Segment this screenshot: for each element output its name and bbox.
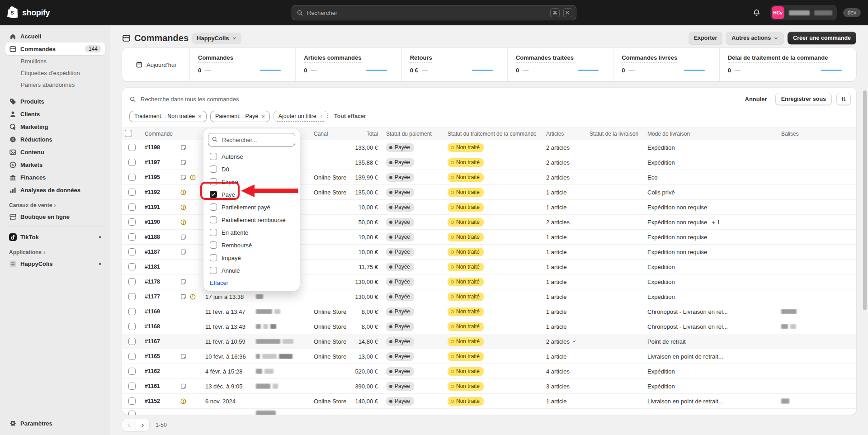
order-checkbox[interactable] [128,203,136,211]
global-search-input[interactable] [307,9,547,16]
payment-option-partiellement-rembours-[interactable]: Partiellement remboursé [208,213,295,226]
payment-option-pay-[interactable]: Payé [208,188,295,201]
order-checkbox[interactable] [128,308,136,315]
orders-search-input[interactable] [141,96,737,103]
sidebar-item-produits[interactable]: Produits [5,95,105,108]
filter-chip[interactable]: Traitement: : Non traitée× [129,111,207,122]
sidebar-item-parametres[interactable]: Paramètres [5,417,105,430]
stat-metric-articles-command-s[interactable]: Articles commandés0— [296,48,401,81]
order-checkbox[interactable] [128,338,136,345]
order-checkbox[interactable] [128,383,136,390]
shopify-logo[interactable]: S shopify [7,6,50,19]
clear-all-filters-button[interactable]: Tout effacer [334,113,366,119]
payment-option-rembours-[interactable]: Remboursé [208,239,295,251]
next-page-button[interactable] [136,419,149,431]
order-checkbox[interactable] [128,174,136,181]
stat-metric-commandes[interactable]: Commandes0— [190,48,296,81]
order-checkbox[interactable] [128,159,136,166]
checkbox[interactable] [210,191,217,198]
more-actions-button[interactable]: Autres actions [726,32,784,44]
table-row[interactable]: #116811 févr. à 13:43Online Store8,00 €P… [122,319,856,334]
sidebar-subitem-paniers-abandonn-s[interactable]: Paniers abandonnés [5,79,105,90]
checkbox[interactable] [210,229,217,236]
table-row[interactable]: #116711 févr. à 10:59Online Store14,80 €… [122,334,856,349]
payment-option-annul-[interactable]: Annulé [208,264,295,277]
order-checkbox[interactable] [128,353,136,360]
sidebar-item-tiktok[interactable]: TikTok [5,231,105,243]
order-checkbox[interactable] [128,368,136,375]
checkbox[interactable] [210,153,217,160]
table-row[interactable]: #116510 févr. à 16:36Online Store13,00 €… [122,349,856,364]
add-filter-button[interactable]: Ajouter un filtre+ [274,111,328,122]
order-checkbox[interactable] [128,189,136,196]
stat-metric-commandes-trait-es[interactable]: Commandes traitées0— [508,48,613,81]
order-checkbox[interactable] [128,323,136,330]
sidebar-item-finances[interactable]: Finances [5,171,105,184]
payment-option-en-attente[interactable]: En attente [208,226,295,239]
sidebar-item-accueil[interactable]: Accueil [5,30,105,43]
order-checkbox[interactable] [128,144,136,151]
date-range-selector[interactable]: Aujourd’hui [122,48,190,81]
order-checkbox[interactable] [128,411,136,415]
export-button[interactable]: Exporter [689,32,722,44]
cancel-button[interactable]: Annuler [741,94,771,104]
prev-page-button[interactable] [122,419,136,431]
notifications-button[interactable] [750,5,764,20]
order-checkbox[interactable] [128,248,136,255]
checkbox[interactable] [210,254,217,261]
sidebar-subitem--tiquettes-d-exp-dition[interactable]: Étiquettes d’expédition [5,67,105,79]
vertical-scrollbar[interactable] [863,90,867,310]
sort-button[interactable] [836,93,851,105]
table-row[interactable]: #117717 juin à 13:38130,00 €PayéeNon tra… [122,289,856,304]
account-menu[interactable]: HCv [770,5,837,20]
order-checkbox[interactable] [128,278,136,285]
order-checkbox[interactable] [128,233,136,241]
stat-metric-d-lai-de-traitement-de-la-commande[interactable]: Délai de traitement de la commande0— [720,48,856,81]
select-all-checkbox[interactable] [125,130,132,137]
checkbox[interactable] [210,241,217,249]
payment-option-d-[interactable]: Dû [208,163,295,175]
order-checkbox[interactable] [128,397,136,405]
sidebar-item-markets[interactable]: $Markets [5,158,105,171]
checkbox[interactable] [210,216,217,223]
global-search[interactable]: ⌘ K [292,5,576,20]
sidebar-item-boutique-en-ligne[interactable]: Boutique en ligne [5,210,105,223]
table-row[interactable]: #11526 nov. 2024Online Store140,00 €Payé… [122,394,856,409]
sidebar-item-r-ductions[interactable]: Réductions [5,133,105,146]
payment-option-expir-[interactable]: Expiré [208,175,295,188]
checkbox[interactable] [210,165,217,173]
payment-option-partiellement-pay-[interactable]: Partiellement payé [208,201,295,213]
stat-metric-commandes-livr-es[interactable]: Commandes livrées0— [613,48,719,81]
filter-chip[interactable]: Paiement: : Payé× [210,111,270,122]
sidebar-item-happycolis[interactable]: HappyColis [5,257,105,270]
table-row[interactable]: #11624 févr. à 15:28520,00 €PayéeNon tra… [122,364,856,379]
sidebar-item-commandes[interactable]: Commandes144 [5,43,105,55]
payment-option-impay-[interactable]: Impayé [208,251,295,264]
create-order-button[interactable]: Créer une commande [788,32,856,44]
store-selector[interactable]: HappyColis [192,33,241,44]
payment-option-autoris-[interactable]: Autorisé [208,150,295,163]
stat-metric-retours[interactable]: Retours0 €— [402,48,508,81]
remove-filter-icon[interactable]: × [261,113,265,120]
sidebar-section-canaux-de-vente[interactable]: Canaux de vente› [5,202,105,208]
chevron-down-icon[interactable] [572,339,576,344]
remove-filter-icon[interactable]: × [198,113,202,120]
save-as-button[interactable]: Enregistrer sous [775,93,832,105]
checkbox[interactable] [210,178,217,185]
sidebar-section-applications[interactable]: Applications› [5,249,105,255]
order-checkbox[interactable] [128,293,136,300]
order-checkbox[interactable] [128,263,136,270]
sidebar-item-marketing[interactable]: Marketing [5,120,105,133]
table-row[interactable]: #116113 déc. à 9:05390,00 €PayéeNon trai… [122,379,856,394]
order-checkbox[interactable] [128,218,136,226]
clear-filter-link[interactable]: Effacer [208,277,295,288]
dropdown-search-input[interactable] [208,133,295,147]
sidebar-subitem-brouillons[interactable]: Brouillons [5,55,105,67]
sidebar-item-contenu[interactable]: Contenu [5,146,105,158]
checkbox[interactable] [210,203,217,211]
table-row[interactable] [122,409,856,415]
table-row[interactable]: #116911 févr. à 13:47Online Store8,00 €P… [122,304,856,319]
sidebar-item-analyses-de-donn-es[interactable]: Analyses de données [5,184,105,196]
checkbox[interactable] [210,267,217,274]
sidebar-item-clients[interactable]: Clients [5,108,105,120]
